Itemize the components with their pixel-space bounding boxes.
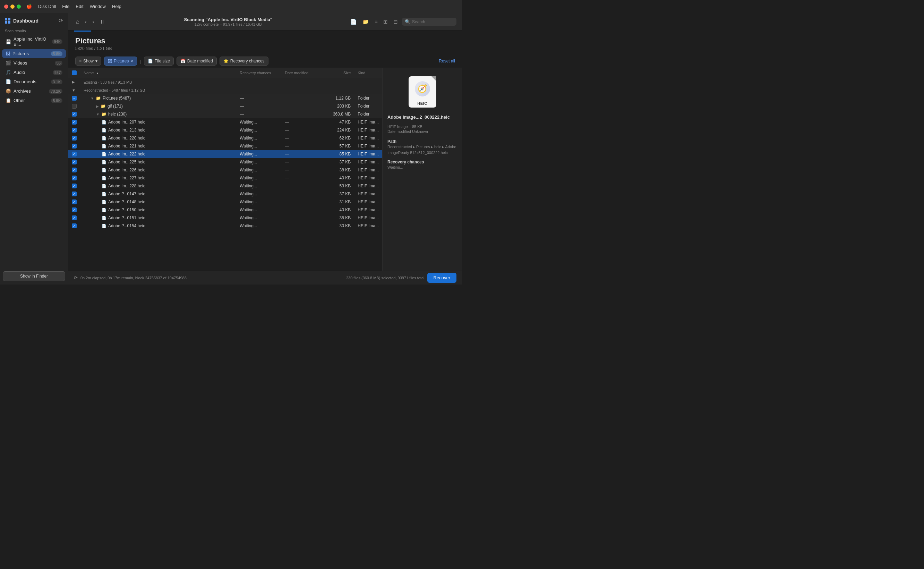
group-existing: ▶ Existing - 333 files / 91.3 MB — [68, 78, 382, 87]
sidebar-item-videos[interactable]: 🎬 Videos 55 — [2, 59, 66, 67]
maximize-button[interactable] — [17, 5, 21, 9]
search-input[interactable] — [412, 20, 454, 24]
folder-heic-collapse-icon[interactable]: ▼ — [96, 113, 100, 116]
list-view-button[interactable]: ≡ — [373, 17, 379, 26]
apple-menu[interactable]: 🍎 — [26, 4, 32, 9]
file-checkbox-7[interactable]: ✓ — [72, 176, 77, 180]
col-header-check[interactable]: – — [68, 68, 80, 78]
file-icon-10: 📄 — [102, 200, 106, 204]
file-checkbox-12[interactable]: ✓ — [72, 216, 77, 220]
minimize-button[interactable] — [11, 5, 15, 9]
file-checkbox-5[interactable]: ✓ — [72, 160, 77, 164]
menu-diskdrill[interactable]: Disk Drill — [38, 4, 56, 9]
sidebar-item-pictures[interactable]: 🖼 Pictures 5.8K — [2, 49, 66, 58]
columns-view-button[interactable]: ⊟ — [392, 17, 399, 26]
dashboard-nav[interactable]: Dashboard — [5, 18, 38, 24]
recover-button[interactable]: Recover — [427, 273, 456, 283]
table-row[interactable]: ✓ 📄Adobe Im...226.heic Waiting... — 38 K… — [68, 166, 382, 174]
col-header-name[interactable]: Name ▲ — [80, 68, 236, 78]
file-date-6: — — [281, 166, 327, 174]
table-row[interactable]: ✓ 📄Adobe P...0151.heic Waiting... — 35 K… — [68, 214, 382, 222]
table-row[interactable]: ✓ 📄Adobe Im...213.heic Waiting... — 224 … — [68, 126, 382, 134]
table-row[interactable]: ✓ 📄Adobe Im...225.heic Waiting... — 37 K… — [68, 158, 382, 166]
search-box[interactable]: 🔍 — [402, 18, 456, 26]
sidebar-item-other-count: 5.9K — [51, 98, 62, 103]
sidebar-item-documents[interactable]: 📄 Documents 3.1K — [2, 78, 66, 86]
folder-gif-kind: Folder — [354, 102, 382, 110]
folder-pictures-row[interactable]: – ▼ 📁 Pictures (5487) — — [68, 94, 382, 102]
menu-window[interactable]: Window — [90, 4, 106, 9]
menu-help[interactable]: Help — [112, 4, 122, 9]
col-header-recovery[interactable]: Recovery chances — [236, 68, 281, 78]
table-row[interactable]: ✓ 📄Adobe Im...220.heic Waiting... — 62 K… — [68, 134, 382, 142]
table-row-selected[interactable]: ✓ 📄Adobe Im...222.heic Waiting... — 85 K… — [68, 150, 382, 158]
back-button[interactable]: ‹ — [83, 17, 89, 26]
table-row[interactable]: ✓ 📄Adobe Im...207.heic Waiting... — 47 K… — [68, 118, 382, 126]
forward-button[interactable]: › — [90, 17, 96, 26]
select-all-checkbox[interactable]: – — [72, 70, 77, 75]
folder-gif-checkbox[interactable] — [72, 104, 77, 109]
col-header-size[interactable]: Size — [327, 68, 354, 78]
table-row[interactable]: ✓ 📄Adobe P...0148.heic Waiting... — 31 K… — [68, 198, 382, 206]
sidebar: Dashboard ⟳ Scan results 💾 Apple Inc. Vi… — [0, 13, 68, 284]
table-row[interactable]: ✓ 📄Adobe P...0147.heic Waiting... — 37 K… — [68, 190, 382, 198]
pictures-filter-close[interactable]: ✕ — [131, 59, 133, 63]
table-row[interactable]: ✓ 📄Adobe Im...227.heic Waiting... — 40 K… — [68, 174, 382, 182]
file-view-button[interactable]: 📄 — [349, 17, 358, 26]
file-name-11: Adobe P...0150.heic — [108, 207, 145, 212]
file-checkbox-0[interactable]: ✓ — [72, 120, 77, 125]
file-size-9: 37 KB — [327, 190, 354, 198]
file-checkbox-1[interactable]: ✓ — [72, 128, 77, 132]
file-checkbox-10[interactable]: ✓ — [72, 199, 77, 204]
reset-all-button[interactable]: Reset all — [439, 59, 455, 64]
sidebar-item-videos-count: 55 — [55, 61, 62, 65]
file-size-filter-button[interactable]: 📄 File size — [144, 56, 174, 65]
sidebar-item-audio[interactable]: 🎵 Audio 937 — [2, 68, 66, 77]
table-row[interactable]: ✓ 📄Adobe P...0150.heic Waiting... — 40 K… — [68, 206, 382, 214]
file-checkbox-3[interactable]: ✓ — [72, 144, 77, 149]
file-size-6: 38 KB — [327, 166, 354, 174]
menu-edit[interactable]: Edit — [76, 4, 83, 9]
folder-pictures-collapse-icon[interactable]: ▼ — [91, 96, 94, 100]
folder-heic-row[interactable]: ✓ ▼ 📁 heic (230) — 360. — [68, 110, 382, 118]
grid-view-button[interactable]: ⊞ — [382, 17, 389, 26]
folder-heic-checkbox[interactable]: ✓ — [72, 112, 77, 117]
expand-existing-icon[interactable]: ▶ — [72, 80, 74, 84]
file-checkbox-13[interactable]: ✓ — [72, 224, 77, 228]
col-header-date[interactable]: Date modified — [281, 68, 327, 78]
table-row[interactable]: ✓ 📄Adobe Im...221.heic Waiting... — 57 K… — [68, 142, 382, 150]
table-row[interactable]: ✓ 📄Adobe P...0154.heic Waiting... — 30 K… — [68, 222, 382, 230]
show-filter-button[interactable]: ≡ Show ▾ — [75, 56, 101, 65]
file-checkbox-9[interactable]: ✓ — [72, 192, 77, 196]
sidebar-item-documents-count: 3.1K — [51, 79, 62, 84]
table-row[interactable]: ✓ 📄Adobe Im...228.heic Waiting... — 53 K… — [68, 182, 382, 190]
pictures-filter-tag[interactable]: 🖼 Pictures ✕ — [104, 56, 137, 65]
file-checkbox-8[interactable]: ✓ — [72, 184, 77, 189]
file-checkbox-11[interactable]: ✓ — [72, 207, 77, 212]
folder-view-button[interactable]: 📁 — [361, 17, 371, 26]
recovery-chances-filter-button[interactable]: ⭐ Recovery chances — [220, 56, 269, 65]
sidebar-item-other-label: Other — [14, 98, 49, 103]
folder-pictures-checkbox[interactable]: – — [72, 96, 77, 100]
file-recovery-11: Waiting... — [236, 206, 281, 214]
file-checkbox-2[interactable]: ✓ — [72, 135, 77, 140]
date-modified-filter-button[interactable]: 📅 Date modified — [176, 56, 217, 65]
col-header-kind[interactable]: Kind — [354, 68, 382, 78]
file-table-wrapper[interactable]: – Name ▲ Recovery chances Date modified … — [68, 68, 382, 271]
sidebar-item-archives[interactable]: 📦 Archives 78.2K — [2, 87, 66, 96]
file-checkbox-4[interactable]: ✓ — [72, 152, 77, 157]
pause-button[interactable]: ⏸ — [97, 17, 107, 26]
menu-file[interactable]: File — [62, 4, 69, 9]
file-corner-fold — [432, 76, 436, 81]
sidebar-item-apple[interactable]: 💾 Apple Inc. VirtIO Bl... 94K — [2, 35, 66, 49]
folder-gif-row[interactable]: ▶ 📁 gif (171) — 203 KB Folder — [68, 102, 382, 110]
sidebar-item-other[interactable]: 📋 Other 5.9K — [2, 96, 66, 105]
file-checkbox-6[interactable]: ✓ — [72, 167, 77, 172]
file-date-12: — — [281, 214, 327, 222]
home-button[interactable]: ⌂ — [74, 17, 82, 26]
show-in-finder-button[interactable]: Show in Finder — [3, 271, 65, 281]
collapse-reconstructed-icon[interactable]: ▼ — [72, 88, 76, 92]
close-button[interactable] — [4, 5, 8, 9]
sidebar-header: Dashboard ⟳ — [0, 13, 68, 27]
folder-gif-expand-icon[interactable]: ▶ — [96, 105, 99, 108]
